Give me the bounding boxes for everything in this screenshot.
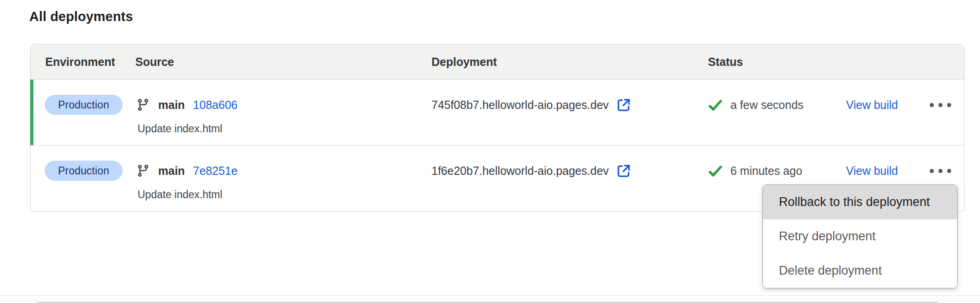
deployment-row: Production main 108a606 Update index.htm… — [31, 80, 964, 145]
deployment-cell: 745f08b7.helloworld-aio.pages.dev — [431, 95, 631, 115]
column-header-deployment: Deployment — [431, 44, 497, 79]
ellipsis-dot — [947, 169, 951, 173]
check-icon — [708, 165, 723, 177]
commit-message: Update index.html — [138, 123, 222, 135]
menu-item-delete[interactable]: Delete deployment — [763, 254, 957, 288]
row-actions-context-menu: Rollback to this deployment Retry deploy… — [762, 184, 958, 288]
column-header-environment: Environment — [45, 44, 115, 79]
branch-name: main — [158, 98, 185, 112]
source-cell: main 7e8251e — [136, 161, 238, 181]
ellipsis-dot — [930, 103, 934, 107]
source-cell: main 108a606 — [136, 95, 238, 115]
git-branch-icon — [136, 98, 150, 112]
environment-badge: Production — [45, 95, 122, 115]
external-link-icon[interactable] — [616, 163, 631, 179]
column-header-source: Source — [135, 44, 174, 79]
menu-item-rollback[interactable]: Rollback to this deployment — [763, 185, 957, 219]
status-cell: 6 minutes ago — [708, 161, 802, 181]
commit-message: Update index.html — [138, 189, 222, 201]
ellipsis-dot — [938, 103, 943, 107]
branch-name: main — [158, 164, 185, 178]
commit-link[interactable]: 108a606 — [193, 98, 237, 112]
external-link-icon[interactable] — [616, 97, 631, 113]
ellipsis-dot — [938, 169, 943, 173]
view-build-link[interactable]: View build — [846, 161, 898, 181]
check-icon — [708, 99, 723, 111]
row-actions-menu-button[interactable] — [921, 95, 959, 115]
row-actions-menu-button[interactable] — [921, 161, 959, 181]
column-header-status: Status — [708, 44, 743, 79]
ellipsis-dot — [930, 169, 934, 173]
ellipsis-dot — [947, 103, 951, 107]
menu-item-retry[interactable]: Retry deployment — [763, 219, 957, 254]
status-time: a few seconds — [730, 98, 804, 112]
status-time: 6 minutes ago — [730, 164, 802, 178]
table-header-row: Environment Source Deployment Status — [31, 44, 964, 80]
page-title: All deployments — [29, 9, 133, 24]
git-branch-icon — [136, 164, 150, 178]
status-cell: a few seconds — [708, 95, 804, 115]
view-build-link[interactable]: View build — [846, 95, 898, 115]
deployment-cell: 1f6e20b7.helloworld-aio.pages.dev — [431, 161, 631, 181]
commit-link[interactable]: 7e8251e — [193, 164, 237, 178]
environment-badge: Production — [45, 161, 122, 181]
deployment-url: 1f6e20b7.helloworld-aio.pages.dev — [431, 164, 609, 178]
deployment-url: 745f08b7.helloworld-aio.pages.dev — [431, 98, 609, 112]
